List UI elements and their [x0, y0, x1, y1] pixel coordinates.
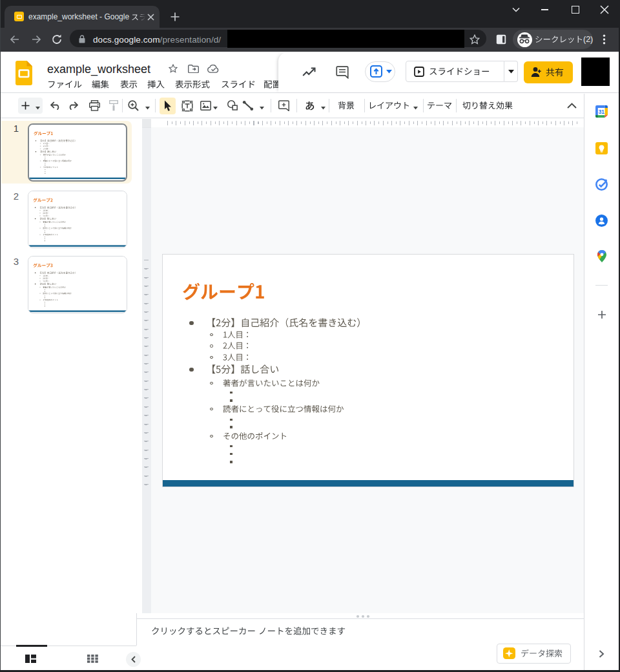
svg-text:31: 31 — [599, 109, 605, 115]
